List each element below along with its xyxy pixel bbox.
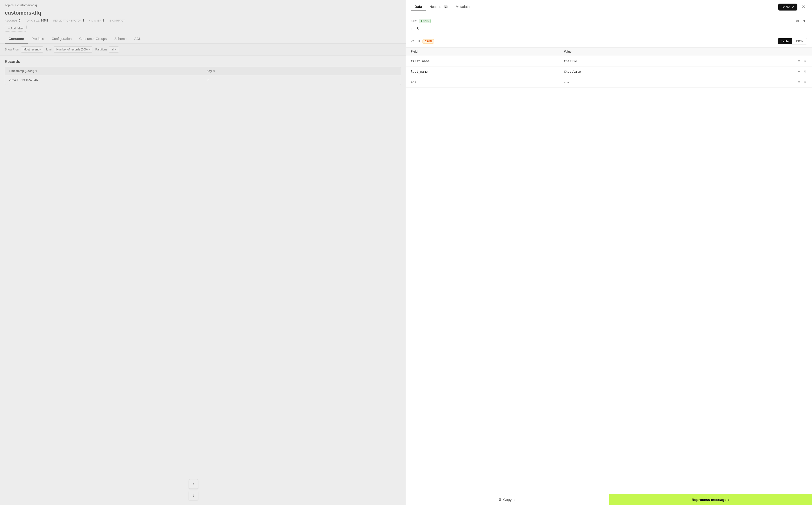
external-link-icon: ↗ (791, 5, 794, 9)
limit-select[interactable]: Number of records (500) ▾ (53, 46, 92, 53)
format-badge: JSON (423, 39, 434, 43)
field-value: Chocolate (559, 66, 702, 77)
breadcrumb-separator: / (15, 3, 16, 7)
records-title: Records (5, 59, 401, 64)
page-title: customers-dlq (0, 9, 406, 19)
filter-row-button[interactable]: ▼ (796, 80, 801, 85)
bottom-actions: ⧉ Copy all Reprocess message › (406, 494, 812, 505)
row-actions: ▼ ▽ (702, 56, 812, 66)
field-name: last_name (406, 66, 559, 77)
field-value: Charlie (559, 56, 702, 66)
table-row: first_name Charlie ▼ ▽ (406, 56, 812, 66)
key-value: 3 (417, 26, 419, 31)
copy-icon: ⧉ (499, 497, 501, 502)
field-name: first_name (406, 56, 559, 66)
tab-metadata[interactable]: Metadata (452, 3, 473, 11)
reprocess-button[interactable]: Reprocess message › (609, 494, 812, 505)
meta-replication: REPLICATION FACTOR 3 (53, 19, 85, 22)
breadcrumb: Topics / customers-dlq (0, 0, 406, 9)
copy-key-button[interactable]: ⧉ (795, 18, 800, 24)
value-header: VALUE JSON Table JSON (406, 35, 812, 47)
filter-key-button[interactable]: ▼ (801, 18, 807, 24)
col-actions (702, 47, 812, 56)
col-timestamp[interactable]: Timestamp (Local) ⇅ (5, 67, 203, 75)
filter-out-row-button[interactable]: ▽ (803, 69, 807, 74)
copy-all-button[interactable]: ⧉ Copy all (406, 494, 609, 505)
table-view-button[interactable]: Table (778, 38, 792, 44)
row-actions: ▼ ▽ (702, 66, 812, 77)
tab-configuration[interactable]: Configuration (48, 34, 76, 43)
chevron-down-icon: ▾ (89, 48, 90, 51)
table-header: Timestamp (Local) ⇅ Key ⇅ (5, 67, 401, 75)
controls-bar: Show From Most recent ▾ Limit Number of … (0, 43, 406, 56)
col-value: Value (559, 47, 702, 56)
field-name: age (406, 77, 559, 88)
meta-records: RECORDS 0 (5, 19, 20, 22)
partitions-control: Partitions all ▾ (95, 46, 119, 53)
panel-tabs: Data Headers 1 Metadata (411, 3, 473, 11)
table-row: age -37 ▼ ▽ (406, 77, 812, 88)
meta-compact: IS COMPACT (109, 19, 125, 22)
table-row[interactable]: 2024-12-19 15:43:46 3 (5, 75, 401, 85)
tab-produce[interactable]: Produce (28, 34, 48, 43)
limit-control: Limit Number of records (500) ▾ (46, 46, 92, 53)
nav-tabs: Consume Produce Configuration Consumer G… (0, 34, 406, 43)
key-value-display: 1 3 (411, 26, 807, 31)
scroll-buttons: ↑ ↓ (189, 479, 198, 500)
filter-out-row-button[interactable]: ▽ (803, 59, 807, 63)
chevron-down-icon: ▾ (115, 48, 116, 51)
show-from-select[interactable]: Most recent ▾ (21, 46, 43, 53)
close-button[interactable]: ✕ (800, 3, 807, 11)
filter-row-button[interactable]: ▼ (796, 69, 801, 74)
tab-schema[interactable]: Schema (111, 34, 130, 43)
filter-out-row-button[interactable]: ▽ (803, 80, 807, 85)
scroll-down-button[interactable]: ↓ (189, 491, 198, 500)
share-button[interactable]: Share ↗ (778, 4, 797, 11)
cell-timestamp: 2024-12-19 15:43:46 (5, 75, 203, 85)
key-header: KEY LONG ⧉ ▼ (411, 18, 807, 24)
field-value: -37 (559, 77, 702, 88)
json-view-button[interactable]: JSON (792, 38, 807, 44)
row-actions: ▼ ▽ (702, 77, 812, 88)
filter-row-button[interactable]: ▼ (796, 59, 801, 63)
cell-key: 3 (203, 75, 401, 85)
view-toggle: Table JSON (778, 38, 807, 44)
col-field: Field (406, 47, 559, 56)
tab-consumer-groups[interactable]: Consumer Groups (76, 34, 110, 43)
value-table: Field Value first_name Charlie ▼ ▽ (406, 47, 812, 88)
scroll-up-button[interactable]: ↑ (189, 479, 198, 489)
tab-acl[interactable]: ACL (130, 34, 145, 43)
col-key[interactable]: Key ⇅ (203, 67, 401, 75)
topics-link[interactable]: Topics (5, 3, 14, 7)
right-panel: Data Headers 1 Metadata Share ↗ ✕ KEY LO… (406, 0, 812, 505)
sort-icon: ⇅ (213, 70, 215, 72)
tab-headers[interactable]: Headers 1 (426, 3, 452, 11)
key-type-badge: LONG (419, 19, 431, 23)
partitions-select[interactable]: all ▾ (109, 46, 119, 53)
records-section: Records Timestamp (Local) ⇅ Key ⇅ 2024-1… (0, 56, 406, 85)
add-label-button[interactable]: + Add label (5, 25, 26, 31)
topic-meta: RECORDS 0 TOPIC SIZE 305 B REPLICATION F… (0, 19, 406, 25)
sort-icon: ⇅ (35, 70, 37, 72)
tab-data[interactable]: Data (411, 3, 426, 11)
table-row: last_name Chocolate ▼ ▽ (406, 66, 812, 77)
value-section: VALUE JSON Table JSON Field Value (406, 35, 812, 505)
show-from-control: Show From Most recent ▾ (5, 46, 43, 53)
chevron-down-icon: ▾ (39, 48, 41, 51)
arrow-right-icon: › (728, 498, 729, 502)
panel-header: Data Headers 1 Metadata Share ↗ ✕ (406, 0, 812, 14)
data-table-wrap: Field Value first_name Charlie ▼ ▽ (406, 47, 812, 494)
breadcrumb-current: customers-dlq (17, 3, 37, 7)
tab-consume[interactable]: Consume (5, 34, 28, 43)
headers-badge: 1 (444, 5, 448, 8)
meta-min-isr: < MIN ISR 1 (89, 19, 104, 22)
meta-topic-size: TOPIC SIZE 305 B (25, 19, 48, 22)
records-table: Timestamp (Local) ⇅ Key ⇅ 2024-12-19 15:… (5, 67, 401, 85)
key-section: KEY LONG ⧉ ▼ 1 3 (406, 14, 812, 35)
